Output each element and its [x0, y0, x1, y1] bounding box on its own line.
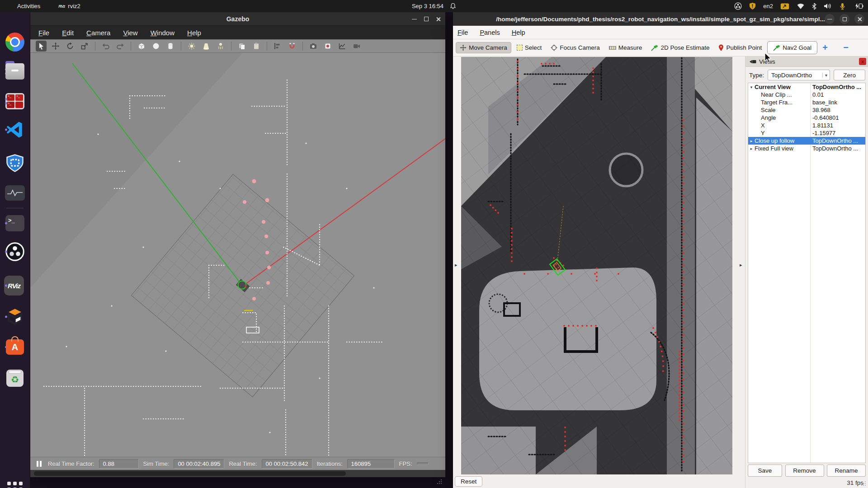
- rviz-minimize-icon[interactable]: [825, 14, 835, 24]
- redo-icon[interactable]: [115, 41, 126, 52]
- rviz-map-viewport[interactable]: [461, 57, 732, 474]
- views-tree[interactable]: ▾ Current View TopDownOrtho ... Near Cli…: [748, 83, 866, 463]
- point-light-icon[interactable]: [186, 41, 197, 52]
- displays-panel-collapsed-strip[interactable]: ▸: [453, 56, 461, 488]
- security-shield-tray-icon[interactable]: [749, 2, 756, 10]
- gazebo-resize-grip[interactable]: [437, 479, 442, 484]
- undo-icon[interactable]: [100, 41, 111, 52]
- tree-row-near-clip[interactable]: Near Clip ... 0.01: [748, 91, 865, 99]
- plot-icon[interactable]: [337, 41, 348, 52]
- dock-signal-monitor-app-icon[interactable]: [4, 182, 26, 204]
- spot-light-icon[interactable]: [201, 41, 212, 52]
- rename-button[interactable]: Rename: [827, 465, 866, 477]
- nav2-goal-tool[interactable]: Nav2 Goal: [767, 41, 817, 54]
- gazebo-hscrollbar-thumb[interactable]: [34, 471, 346, 476]
- rviz-menu-help[interactable]: Help: [512, 29, 525, 36]
- gazebo-3d-viewport[interactable]: [30, 53, 445, 457]
- tree-row-fixed-full-view[interactable]: ▸ Fixed Full view TopDownOrtho ...: [748, 145, 865, 152]
- obs-studio-tray-icon[interactable]: [734, 2, 742, 10]
- clock[interactable]: Sep 3 16:54: [412, 3, 443, 9]
- views-panel-handle-icon[interactable]: ▸: [740, 262, 742, 268]
- measure-tool[interactable]: Measure: [605, 42, 646, 53]
- tree-row-y[interactable]: Y -1.15977: [748, 129, 865, 137]
- dock-terminator-icon[interactable]: >_ >_ >_: [4, 90, 26, 112]
- dock-app-grid-icon[interactable]: [4, 479, 26, 488]
- directional-light-icon[interactable]: [215, 41, 226, 52]
- dock-obs-studio-icon[interactable]: [4, 241, 26, 263]
- gazebo-menu-edit[interactable]: Edit: [62, 29, 74, 37]
- cylinder-shape-icon[interactable]: [165, 41, 176, 52]
- select-tool[interactable]: Select: [513, 42, 546, 53]
- dock-foxglove-icon[interactable]: [4, 306, 26, 328]
- focus-camera-tool[interactable]: Focus Camera: [547, 42, 604, 53]
- align-icon[interactable]: [272, 41, 283, 52]
- gazebo-menu-help[interactable]: Help: [187, 29, 201, 37]
- log-record-icon[interactable]: [322, 41, 333, 52]
- reset-button[interactable]: Reset: [455, 476, 482, 487]
- gazebo-menu-view[interactable]: View: [123, 29, 137, 37]
- views-panel-close-icon[interactable]: x: [859, 58, 866, 65]
- rviz-maximize-icon[interactable]: [840, 14, 849, 24]
- dock-chrome-icon[interactable]: [4, 31, 26, 53]
- snap-icon[interactable]: [287, 41, 297, 52]
- pause-button[interactable]: [37, 461, 42, 467]
- select-arrow-icon[interactable]: [36, 41, 47, 52]
- gazebo-menu-window[interactable]: Window: [151, 29, 175, 37]
- move-camera-tool[interactable]: Move Camera: [456, 42, 511, 53]
- expander-icon[interactable]: ▸: [748, 146, 755, 151]
- box-shape-icon[interactable]: [136, 41, 147, 52]
- dock-vscode-icon[interactable]: [4, 119, 26, 141]
- copy-icon[interactable]: [236, 41, 247, 52]
- expander-icon[interactable]: ▾: [748, 85, 755, 89]
- expander-icon[interactable]: ▸: [748, 139, 755, 143]
- gazebo-titlebar[interactable]: Gazebo: [30, 12, 445, 26]
- rviz-titlebar[interactable]: /home/jefferson/Documents/phd_thesis/ros…: [453, 12, 868, 26]
- gazebo-menu-camera[interactable]: Camera: [86, 29, 110, 37]
- right-panel-strip[interactable]: ▸: [732, 56, 745, 488]
- gazebo-maximize-icon[interactable]: [424, 17, 429, 21]
- gazebo-close-icon[interactable]: [436, 17, 441, 22]
- zero-button[interactable]: Zero: [834, 70, 865, 80]
- gazebo-menu-file[interactable]: File: [38, 29, 49, 37]
- gazebo-minimize-icon[interactable]: [412, 19, 417, 19]
- battery-tray-icon[interactable]: [854, 3, 863, 9]
- remove-button[interactable]: Remove: [785, 465, 824, 477]
- publish-point-tool[interactable]: Publish Point: [715, 42, 765, 53]
- left-panel-handle-icon[interactable]: ▸: [455, 262, 458, 268]
- tree-row-x[interactable]: X 1.81131: [748, 122, 865, 129]
- tree-row-close-up-follow[interactable]: ▸ Close up follow TopDownOrtho ...: [748, 137, 865, 145]
- gazebo-hscrollbar[interactable]: [30, 470, 445, 477]
- keyboard-layout-indicator[interactable]: en2: [763, 3, 773, 9]
- screenshot-camera-icon[interactable]: [308, 41, 319, 52]
- dock-security-shield-app-icon[interactable]: [4, 152, 26, 174]
- add-tool-button[interactable]: +: [819, 42, 831, 53]
- rotate-icon[interactable]: [65, 41, 75, 52]
- tree-row-current-view[interactable]: ▾ Current View TopDownOrtho ...: [748, 83, 865, 91]
- dock-ubuntu-software-icon[interactable]: A: [4, 336, 26, 358]
- rviz-resize-grip[interactable]: [861, 481, 866, 486]
- bluetooth-tray-icon[interactable]: [812, 3, 816, 10]
- tree-row-target-frame[interactable]: Target Fra... base_link: [748, 99, 865, 106]
- video-record-icon[interactable]: [351, 41, 362, 52]
- views-type-dropdown[interactable]: TopDownOrtho ▾: [768, 70, 830, 80]
- sphere-shape-icon[interactable]: [151, 41, 161, 52]
- scale-icon[interactable]: [79, 41, 90, 52]
- paste-icon[interactable]: [251, 41, 262, 52]
- pose-estimate-tool[interactable]: 2D Pose Estimate: [647, 42, 713, 53]
- save-button[interactable]: Save: [748, 465, 782, 477]
- remove-tool-button[interactable]: −: [840, 42, 852, 53]
- tree-row-angle[interactable]: Angle -0.640801: [748, 114, 865, 122]
- rviz-menu-panels[interactable]: Panels: [480, 29, 500, 36]
- dock-trash-icon[interactable]: ♻: [4, 367, 26, 389]
- wifi-tray-icon[interactable]: [797, 3, 805, 9]
- tree-row-scale[interactable]: Scale 38.968: [748, 106, 865, 114]
- translate-icon[interactable]: [50, 41, 61, 52]
- dock-rviz-icon[interactable]: RViz: [4, 276, 24, 296]
- volume-tray-icon[interactable]: [824, 3, 832, 9]
- microphone-tray-icon[interactable]: [839, 3, 846, 10]
- dock-terminal-icon[interactable]: >_: [4, 212, 26, 234]
- rviz-close-icon[interactable]: [854, 14, 864, 24]
- dock-files-icon[interactable]: [4, 61, 26, 82]
- screen-share-tray-icon[interactable]: [780, 3, 789, 10]
- rviz-menu-file[interactable]: File: [458, 29, 468, 36]
